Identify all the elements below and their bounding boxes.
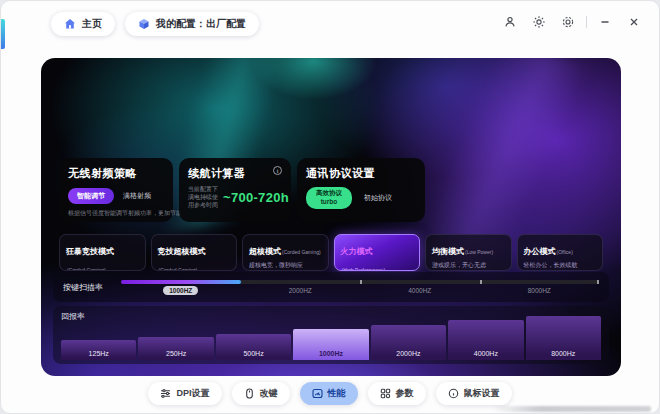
- mode-title: 火力模式: [341, 247, 373, 256]
- gauge-icon: [312, 388, 323, 399]
- minimize-icon[interactable]: [594, 11, 616, 33]
- scan-rate-selected: 1000HZ: [163, 286, 198, 295]
- mode-tag: (High Performance): [342, 267, 386, 271]
- slider-tick: [480, 280, 482, 284]
- brightness-icon[interactable]: [528, 11, 550, 33]
- slider-track[interactable]: [121, 280, 599, 284]
- mode-title: 均衡模式: [432, 247, 464, 256]
- mode-title: 办公模式: [524, 247, 556, 256]
- toolbar-performance[interactable]: 性能: [300, 382, 358, 405]
- report-rate-bar-4[interactable]: 2000Hz: [371, 325, 446, 360]
- tab-current-config[interactable]: 我的配置：出厂配置: [125, 12, 259, 36]
- toolbar-remap[interactable]: 改键: [232, 382, 290, 405]
- toolbar-params[interactable]: 参数: [368, 382, 426, 405]
- tab-home-label: 主页: [82, 17, 102, 31]
- report-rate-bar-label: 500Hz: [243, 350, 263, 360]
- key-scan-rate-row: 按键扫描率 1000HZ2000HZ4000HZ8000HZ: [53, 272, 609, 302]
- app-window: 主页 我的配置：出厂配置: [0, 0, 660, 414]
- mouse-settings-icon: [448, 388, 459, 399]
- mode-description: 游戏娱乐，开心无虑: [432, 261, 505, 270]
- toolbar-label: 改键: [260, 387, 278, 400]
- mode-card-row: 狂暴竞技模式(Corded Gaming)≥20KFPS引擎扫描帧速率疾速扫描，…: [59, 234, 603, 271]
- report-rate-bar-label: 1000Hz: [319, 350, 343, 360]
- watermark-fragment: [491, 406, 651, 412]
- tab-home[interactable]: 主页: [51, 12, 115, 36]
- wireless-rf-title: 无线射频策略: [68, 166, 164, 181]
- settings-icon[interactable]: [557, 11, 579, 33]
- mode-card-5[interactable]: 办公模式(Office)轻松办公，长效续航: [517, 234, 604, 271]
- toolbar-label: 鼠标设置: [464, 387, 500, 400]
- report-rate-bar-label: 2000Hz: [396, 350, 420, 360]
- protocol-title: 通讯协议设置: [306, 166, 416, 181]
- report-rate-section: 回报率 125Hz250Hz500Hz1000Hz2000Hz4000Hz800…: [53, 306, 609, 364]
- toolbar-label: 参数: [396, 387, 414, 400]
- scan-rate-option-3[interactable]: 8000HZ: [480, 287, 600, 294]
- settings-cards: 无线射频策略 智能调节满格射频 根据信号强度智能调节射频功率，更加节能 续航计算…: [59, 158, 425, 222]
- battery-calculator-title: 续航计算器: [188, 166, 246, 181]
- report-rate-bar-2[interactable]: 500Hz: [216, 334, 291, 360]
- wireless-rf-description: 根据信号强度智能调节射频功率，更加节能: [68, 209, 164, 218]
- mode-tag: (Corded Gaming): [282, 249, 321, 255]
- sliders-icon: [160, 388, 171, 399]
- toolbar-label: 性能: [328, 387, 346, 400]
- info-icon[interactable]: i: [273, 166, 282, 175]
- rf-option-1[interactable]: 满格射频: [123, 191, 151, 201]
- titlebar-divider: [586, 16, 587, 28]
- protocol-options: 高效协议turbo初始协议: [306, 187, 416, 209]
- key-scan-rate-slider[interactable]: 1000HZ2000HZ4000HZ8000HZ: [121, 280, 599, 294]
- close-icon[interactable]: [623, 11, 645, 33]
- tab-current-config-label: 我的配置：出厂配置: [156, 17, 246, 31]
- scan-rate-option-2[interactable]: 4000HZ: [360, 287, 480, 294]
- scan-rate-options: 1000HZ2000HZ4000HZ8000HZ: [121, 287, 599, 294]
- mode-description: 超核电竞，微秒响应: [249, 261, 322, 270]
- wireless-rf-card: 无线射频策略 智能调节满格射频 根据信号强度智能调节射频功率，更加节能: [59, 158, 173, 222]
- wireless-rf-options: 智能调节满格射频: [68, 188, 164, 204]
- scan-rate-option-1[interactable]: 2000HZ: [241, 287, 361, 294]
- home-icon: [64, 18, 76, 30]
- battery-calculator-card: 续航计算器 i 当前配置下 满电持续使 用参考时间 ~700-720h: [179, 158, 291, 222]
- slider-tick: [597, 280, 599, 284]
- mode-card-4[interactable]: 均衡模式(Low Power)游戏娱乐，开心无虑: [425, 234, 512, 271]
- protocol-option-0[interactable]: 高效协议turbo: [306, 187, 352, 209]
- mouse-icon: [244, 388, 255, 399]
- mode-card-0[interactable]: 狂暴竞技模式(Corded Gaming)≥20KFPS引擎扫描帧速率疾速扫描，…: [59, 234, 146, 271]
- report-rate-bar-5[interactable]: 4000Hz: [448, 320, 523, 360]
- mode-title: 狂暴竞技模式: [66, 247, 114, 256]
- report-rate-bar-label: 8000Hz: [551, 350, 575, 360]
- rf-option-0[interactable]: 智能调节: [68, 188, 114, 204]
- slider-fill: [121, 280, 241, 284]
- cube-icon: [138, 18, 150, 30]
- report-rate-bar-3[interactable]: 1000Hz: [293, 329, 368, 360]
- mode-card-3[interactable]: 火力模式(High Performance)电竞游戏，轻松拿捏: [334, 234, 421, 271]
- background-sliver: [1, 19, 5, 49]
- report-rate-bar-label: 4000Hz: [474, 350, 498, 360]
- toolbar-dpi[interactable]: DPI设置: [148, 382, 221, 405]
- mode-card-2[interactable]: 超核模式(Corded Gaming)超核电竞，微秒响应: [242, 234, 329, 271]
- report-rate-bar-label: 250Hz: [166, 350, 186, 360]
- mode-title: 超核模式: [249, 247, 281, 256]
- mode-card-1[interactable]: 竞技超核模式(Corded Gaming)≥13KFPS引擎扫描帧速率全速竞技，…: [151, 234, 238, 271]
- user-icon[interactable]: [499, 11, 521, 33]
- window-controls: [499, 11, 645, 33]
- report-rate-bar-label: 125Hz: [89, 350, 109, 360]
- mode-tag: (Corded Gaming): [159, 267, 198, 271]
- titlebar-tabs: 主页 我的配置：出厂配置: [51, 12, 259, 36]
- mode-tag: (Low Power): [465, 249, 493, 255]
- mode-description: 轻松办公，长效续航: [524, 261, 597, 270]
- report-rate-bar-6[interactable]: 8000Hz: [526, 316, 601, 360]
- performance-stage: 无线射频策略 智能调节满格射频 根据信号强度智能调节射频功率，更加节能 续航计算…: [41, 58, 621, 376]
- toolbar-mouse-settings[interactable]: 鼠标设置: [436, 382, 512, 405]
- battery-note: 当前配置下 满电持续使 用参考时间: [188, 186, 218, 209]
- report-rate-bar-1[interactable]: 250Hz: [138, 337, 213, 360]
- report-rate-bars: 125Hz250Hz500Hz1000Hz2000Hz4000Hz8000Hz: [61, 316, 601, 360]
- protocol-card: 通讯协议设置 高效协议turbo初始协议: [297, 158, 425, 222]
- key-scan-rate-label: 按键扫描率: [63, 282, 121, 293]
- scan-rate-option-0[interactable]: 1000HZ: [121, 287, 241, 294]
- slider-tick: [360, 280, 362, 284]
- protocol-option-1[interactable]: 初始协议: [364, 193, 392, 203]
- toolbar-label: DPI设置: [176, 387, 209, 400]
- mode-tag: (Office): [557, 249, 573, 255]
- report-rate-bar-0[interactable]: 125Hz: [61, 340, 136, 360]
- battery-estimate-value: ~700-720h: [223, 190, 289, 205]
- mode-tag: (Corded Gaming): [67, 267, 106, 271]
